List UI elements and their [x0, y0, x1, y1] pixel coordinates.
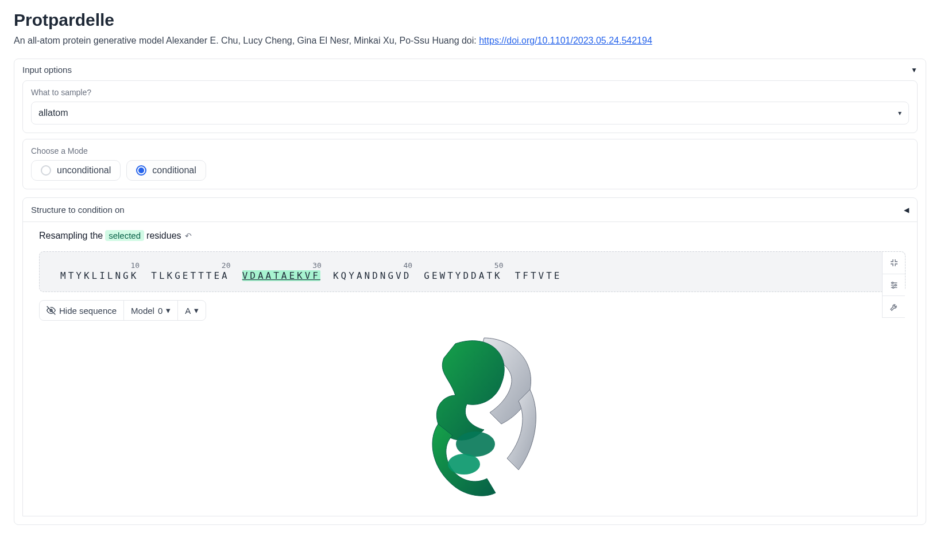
ruler-tick: 10 [131, 261, 140, 270]
input-options-title: Input options [22, 65, 72, 75]
ruler-tick: 30 [312, 261, 322, 270]
sequence-group[interactable]: TLKGETTTEA [151, 270, 229, 281]
chain-select[interactable]: A ▾ [178, 301, 206, 320]
lead-text: An all-atom protein generative model Ale… [14, 36, 479, 45]
protein-ribbon-icon [363, 321, 582, 504]
what-to-sample-label: What to sample? [31, 88, 909, 97]
collapse-down-icon[interactable]: ▼ [911, 66, 918, 74]
wrench-icon[interactable] [883, 295, 905, 317]
mode-conditional-label: conditional [152, 165, 196, 176]
resample-prefix: Resampling the [39, 231, 103, 241]
structure-panel: Structure to condition on ◀ Resampling t… [22, 197, 918, 516]
hide-sequence-label: Hide sequence [59, 306, 117, 316]
svg-point-4 [895, 284, 896, 286]
model-label: Model [131, 306, 154, 316]
sequence-ruler: 1020304050 [60, 261, 896, 269]
resample-suffix: residues [146, 231, 181, 241]
mode-conditional[interactable]: conditional [126, 160, 206, 181]
sequence-group[interactable]: MTYKLILNGK [60, 270, 138, 281]
sequence-group[interactable]: KQYANDNGVD [333, 270, 411, 281]
hide-sequence-button[interactable]: Hide sequence [40, 301, 124, 320]
sequence-group[interactable]: GEWTYDDATK [424, 270, 502, 281]
svg-point-8 [448, 454, 480, 475]
model-select[interactable]: Model 0 ▾ [124, 301, 178, 320]
undo-icon[interactable]: ↶ [185, 231, 192, 240]
chain-value: A [185, 306, 191, 316]
dropdown-caret-icon: ▾ [898, 109, 902, 117]
mode-unconditional-label: unconditional [57, 165, 111, 176]
mode-unconditional[interactable]: unconditional [31, 160, 121, 181]
radio-icon [41, 165, 51, 176]
chevron-down-icon: ▾ [166, 305, 171, 316]
svg-point-3 [892, 282, 893, 283]
eye-off-icon [47, 306, 56, 315]
page-title: Protpardelle [14, 10, 926, 30]
model-value: 0 [158, 306, 163, 316]
sequence-viewer[interactable]: 1020304050 MTYKLILNGKTLKGETTTEAVDAATAEKV… [39, 251, 906, 292]
collapse-left-icon[interactable]: ◀ [904, 206, 909, 214]
sequence-group-selected[interactable]: VDAATAEKVF [242, 270, 320, 281]
sample-select[interactable]: allatom ▾ [31, 102, 909, 125]
structure-header[interactable]: Structure to condition on ◀ [23, 198, 917, 222]
doi-link[interactable]: https://doi.org/10.1101/2023.05.24.54219… [479, 36, 652, 45]
sequence-groups[interactable]: MTYKLILNGKTLKGETTTEAVDAATAEKVFKQYANDNGVD… [60, 270, 896, 281]
svg-point-5 [892, 286, 894, 288]
selected-tag: selected [105, 230, 144, 241]
chevron-down-icon: ▾ [194, 305, 199, 316]
sample-select-value: allatom [38, 108, 68, 118]
svg-point-7 [456, 431, 495, 457]
ruler-tick: 40 [403, 261, 412, 270]
ruler-tick: 50 [494, 261, 504, 270]
structure-header-title: Structure to condition on [31, 205, 125, 215]
input-options-panel: Input options ▼ What to sample? allatom … [14, 59, 926, 525]
page-description: An all-atom protein generative model Ale… [14, 36, 926, 46]
sequence-group[interactable]: TFTVTE [515, 270, 562, 281]
viewer-bottom-controls: Hide sequence Model 0 ▾ A ▾ [39, 300, 206, 321]
radio-checked-icon [136, 165, 146, 176]
sequence-track: 1020304050 MTYKLILNGKTLKGETTTEAVDAATAEKV… [49, 261, 896, 281]
protein-3d-viewer[interactable] [39, 321, 906, 504]
resample-line: Resampling the selected residues ↶ [39, 230, 906, 241]
what-to-sample-group: What to sample? allatom ▾ [22, 80, 918, 133]
choose-mode-label: Choose a Mode [31, 146, 909, 155]
ruler-tick: 20 [222, 261, 231, 270]
choose-mode-group: Choose a Mode unconditional conditional [22, 139, 918, 189]
